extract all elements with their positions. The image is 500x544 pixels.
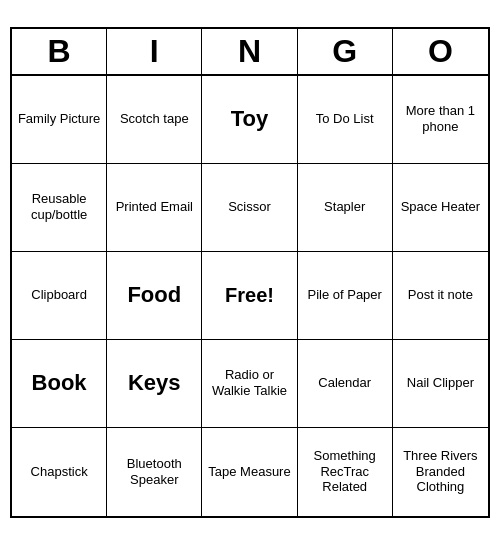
bingo-cell-11: Food xyxy=(107,252,202,340)
bingo-cell-7: Scissor xyxy=(202,164,297,252)
header-letter-g: G xyxy=(298,29,393,74)
bingo-cell-5: Reusable cup/bottle xyxy=(12,164,107,252)
bingo-cell-1: Scotch tape xyxy=(107,76,202,164)
header-letter-i: I xyxy=(107,29,202,74)
bingo-cell-13: Pile of Paper xyxy=(298,252,393,340)
bingo-header: BINGO xyxy=(12,29,488,76)
bingo-cell-18: Calendar xyxy=(298,340,393,428)
bingo-cell-2: Toy xyxy=(202,76,297,164)
bingo-cell-6: Printed Email xyxy=(107,164,202,252)
header-letter-b: B xyxy=(12,29,107,74)
bingo-cell-21: Bluetooth Speaker xyxy=(107,428,202,516)
bingo-cell-15: Book xyxy=(12,340,107,428)
bingo-cell-20: Chapstick xyxy=(12,428,107,516)
bingo-cell-24: Three Rivers Branded Clothing xyxy=(393,428,488,516)
bingo-cell-0: Family Picture xyxy=(12,76,107,164)
bingo-cell-4: More than 1 phone xyxy=(393,76,488,164)
bingo-cell-16: Keys xyxy=(107,340,202,428)
header-letter-o: O xyxy=(393,29,488,74)
bingo-cell-10: Clipboard xyxy=(12,252,107,340)
bingo-cell-12: Free! xyxy=(202,252,297,340)
bingo-cell-17: Radio or Walkie Talkie xyxy=(202,340,297,428)
bingo-cell-19: Nail Clipper xyxy=(393,340,488,428)
bingo-cell-23: Something RecTrac Related xyxy=(298,428,393,516)
header-letter-n: N xyxy=(202,29,297,74)
bingo-cell-3: To Do List xyxy=(298,76,393,164)
bingo-card: BINGO Family PictureScotch tapeToyTo Do … xyxy=(10,27,490,518)
bingo-cell-14: Post it note xyxy=(393,252,488,340)
bingo-cell-22: Tape Measure xyxy=(202,428,297,516)
bingo-grid: Family PictureScotch tapeToyTo Do ListMo… xyxy=(12,76,488,516)
bingo-cell-9: Space Heater xyxy=(393,164,488,252)
bingo-cell-8: Stapler xyxy=(298,164,393,252)
